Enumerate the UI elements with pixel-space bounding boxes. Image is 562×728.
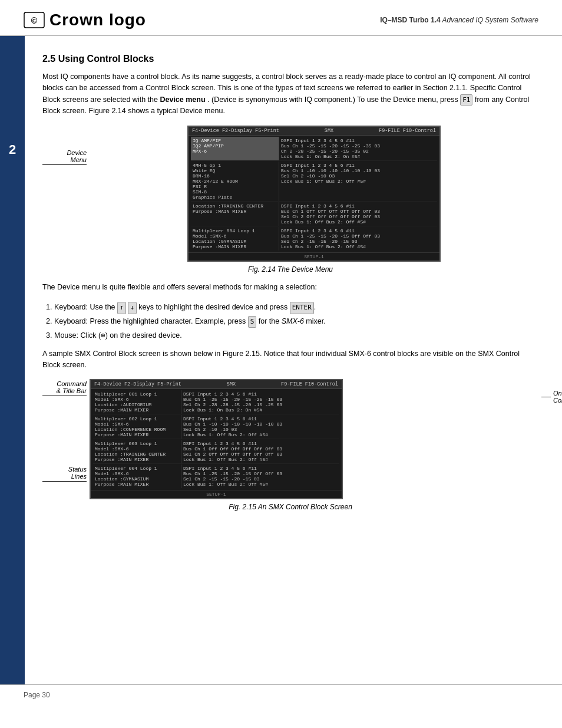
page-footer: Page 30	[0, 684, 562, 705]
dev-right-3: DSPI Input 1 2 3 4 5 6 #11 Bus Ch 1 Off …	[279, 202, 437, 226]
screen-1: F4-Device F2-Display F5-Print SMX F9-FIL…	[187, 126, 441, 262]
logo-text: Crown logo	[49, 11, 146, 29]
status-lines-ann: Status Lines	[42, 466, 87, 482]
s2-dev-left-4: Multiplexer 004 Loop 1 Model :SMX-6 Loca…	[93, 465, 181, 488]
ann-line-smx	[541, 397, 551, 397]
screen-2-body: Multiplexer 001 Loop 1 Model :SMX-6 Loca…	[91, 389, 342, 490]
screen-1-row-3: Location :TRAINING CENTER Purpose :MAIN …	[191, 202, 437, 226]
topbar-right-1: F9-FILE F10-Control	[379, 128, 436, 134]
screen-2-row-4: Multiplexer 004 Loop 1 Model :SMX-6 Loca…	[93, 465, 339, 488]
command-bar-label: Command & Title Bar	[42, 380, 87, 394]
ann-line-status	[42, 481, 87, 482]
page-header: © Crown logo IQ–MSD Turbo 1.4 Advanced I…	[0, 0, 562, 36]
figure-2-14-wrapper: Device Menu F4-Device F2-Display F5-Prin…	[90, 126, 538, 262]
command-title-bar-ann: Command & Title Bar	[42, 380, 87, 396]
svg-text:©: ©	[31, 16, 38, 25]
crown-logo: © Crown logo	[24, 11, 146, 29]
content-wrapper: 2 2.5 Using Control Blocks Most IQ compo…	[0, 36, 562, 684]
topbar-center-1: SMX	[325, 128, 333, 134]
dev-left-2: 4MH-5 op 1 White EQ DRM-16 MRX-24/12 E R…	[191, 162, 279, 201]
intro-paragraph: Most IQ components have a control block.…	[42, 71, 538, 117]
screen-1-statusbar: SETUP-1	[189, 252, 439, 261]
s2-dev-left-2: Multiplexer 002 Loop 1 Model :SMX-6 Loca…	[93, 415, 181, 439]
s-key: S	[248, 316, 257, 328]
section-title: 2.5 Using Control Blocks	[42, 54, 538, 64]
dev-left-1: IQ AMP/PIP IQ2 AMP/PIP MPX-6	[191, 137, 279, 160]
screen-1-row-1: IQ AMP/PIP IQ2 AMP/PIP MPX-6 DSPI Input …	[191, 137, 437, 161]
topbar-left-2: F4-Device F2-Display F5-Print	[94, 381, 181, 387]
one-smx-label: One SMX-6 Control Block	[553, 390, 562, 404]
chapter-tab: 2	[0, 36, 25, 684]
f1-key: F1	[460, 94, 472, 106]
up-key: ↑	[117, 302, 126, 314]
one-smx-ann: One SMX-6 Control Block	[541, 390, 562, 404]
dev-right-4: DSPI Input 1 2 3 4 5 6 #11 Bus Ch 1 -25 …	[279, 227, 437, 251]
topbar-left-1: F4-Device F2-Display F5-Print	[192, 128, 279, 134]
topbar-right-2: F9-FILE F10-Control	[281, 381, 338, 387]
screen-2-row-1: Multiplexer 001 Loop 1 Model :SMX-6 Loca…	[93, 390, 339, 414]
screen-1-topbar: F4-Device F2-Display F5-Print SMX F9-FIL…	[189, 127, 439, 136]
screen-2-topbar: F4-Device F2-Display F5-Print SMX F9-FIL…	[91, 380, 342, 389]
s2-dev-left-3: Multiplexer 003 Loop 1 Model :SMX-6 Loca…	[93, 440, 181, 463]
enter-key: ENTER	[290, 302, 314, 314]
fig-15-label: Fig. 2.15 An SMX Control Block Screen	[42, 503, 538, 511]
annotation-line-1	[42, 164, 87, 165]
smx-intro-paragraph: A sample SMX Control Block screen is sho…	[42, 348, 538, 371]
s2-dev-right-1: DSPI Input 1 2 3 4 5 6 #11 Bus Ch 1 -25 …	[181, 390, 339, 414]
device-menu-label: Device Menu	[42, 149, 87, 163]
page-number: Page 30	[24, 691, 50, 699]
s2-dev-right-2: DSPI Input 1 2 3 4 5 6 #11 Bus Ch 1 -10 …	[181, 415, 339, 439]
down-key: ↓	[128, 302, 137, 314]
status-lines-label: Status Lines	[42, 466, 87, 480]
list-item-3: Mouse: Click (⊕) on the desired device.	[54, 329, 538, 342]
s2-dev-left-1: Multiplexer 001 Loop 1 Model :SMX-6 Loca…	[93, 390, 181, 414]
dev-right-1: DSPI Input 1 2 3 4 5 6 #11 Bus Ch 1 -25 …	[279, 137, 437, 160]
crown-icon: ©	[24, 12, 45, 28]
figure-2-15-wrapper: Command & Title Bar Status Lines One SMX…	[90, 379, 538, 499]
list-item-1: Keyboard: Use the ↑ ↓ keys to highlight …	[54, 301, 538, 314]
ann-line-command	[42, 396, 87, 396]
topbar-center-2: SMX	[227, 381, 236, 387]
selection-methods-list: Keyboard: Use the ↑ ↓ keys to highlight …	[54, 301, 538, 342]
s2-dev-right-3: DSPI Input 1 2 3 4 5 6 #11 Bus Ch 1 Off …	[181, 440, 339, 463]
screen-2-row-2: Multiplexer 002 Loop 1 Model :SMX-6 Loca…	[93, 415, 339, 439]
screen-1-row-4: Multiplexer 004 Loop 1 Model :SMX-6 Loca…	[191, 227, 437, 251]
list-item-2: Keyboard: Press the highlighted characte…	[54, 315, 538, 328]
s2-dev-right-4: DSPI Input 1 2 3 4 5 6 #11 Bus Ch 1 -25 …	[181, 465, 339, 488]
device-menu-bold: Device menu	[160, 95, 205, 104]
dev-left-3: Location :TRAINING CENTER Purpose :MAIN …	[191, 202, 279, 226]
main-content: 2.5 Using Control Blocks Most IQ compone…	[25, 36, 562, 684]
product-name: IQ–MSD Turbo 1.4	[380, 16, 440, 24]
screen-1-body: IQ AMP/PIP IQ2 AMP/PIP MPX-6 DSPI Input …	[189, 136, 439, 252]
device-menu-annotation: Device Menu	[42, 149, 87, 165]
screen-2-statusbar: SETUP-1	[91, 490, 342, 498]
dev-right-2: DSPI Input 1 2 3 4 5 6 #11 Bus Ch 1 -10 …	[279, 162, 437, 201]
fig-14-label: Fig. 2.14 The Device Menu	[42, 265, 538, 274]
header-product-info: IQ–MSD Turbo 1.4 Advanced IQ System Soft…	[380, 16, 538, 24]
dev-left-4: Multiplexer 004 Loop 1 Model :SMX-6 Loca…	[191, 227, 279, 251]
screen-2: F4-Device F2-Display F5-Print SMX F9-FIL…	[90, 379, 343, 499]
page-container: © Crown logo IQ–MSD Turbo 1.4 Advanced I…	[0, 0, 562, 728]
chapter-number: 2	[9, 142, 16, 157]
body-text-2: . (Device is synonymous with IQ componen…	[207, 95, 458, 104]
screen-1-row-2: 4MH-5 op 1 White EQ DRM-16 MRX-24/12 E R…	[191, 162, 437, 202]
screen-1-box: F4-Device F2-Display F5-Print SMX F9-FIL…	[187, 126, 441, 262]
product-subtitle: Advanced IQ System Software	[442, 16, 538, 24]
screen-2-box: F4-Device F2-Display F5-Print SMX F9-FIL…	[90, 379, 343, 499]
device-menu-intro: The Device menu is quite flexible and of…	[42, 282, 538, 293]
screen-2-row-3: Multiplexer 003 Loop 1 Model :SMX-6 Loca…	[93, 440, 339, 464]
